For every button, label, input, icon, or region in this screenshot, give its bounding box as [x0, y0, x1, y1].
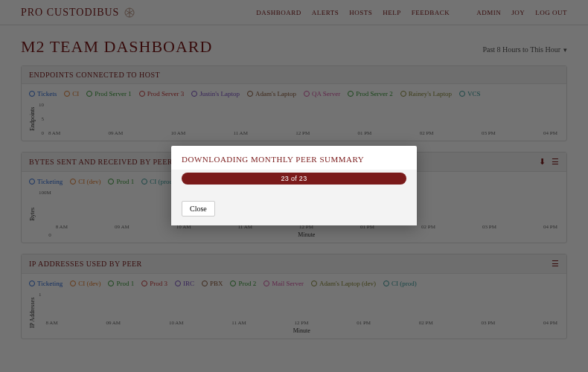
download-modal: DOWNLOADING MONTHLY PEER SUMMARY 23 of 2… — [171, 146, 417, 225]
close-button[interactable]: Close — [182, 201, 215, 217]
modal-title: DOWNLOADING MONTHLY PEER SUMMARY — [182, 155, 406, 164]
progress-bar: 23 of 23 — [182, 173, 406, 185]
modal-overlay[interactable]: DOWNLOADING MONTHLY PEER SUMMARY 23 of 2… — [0, 0, 588, 372]
